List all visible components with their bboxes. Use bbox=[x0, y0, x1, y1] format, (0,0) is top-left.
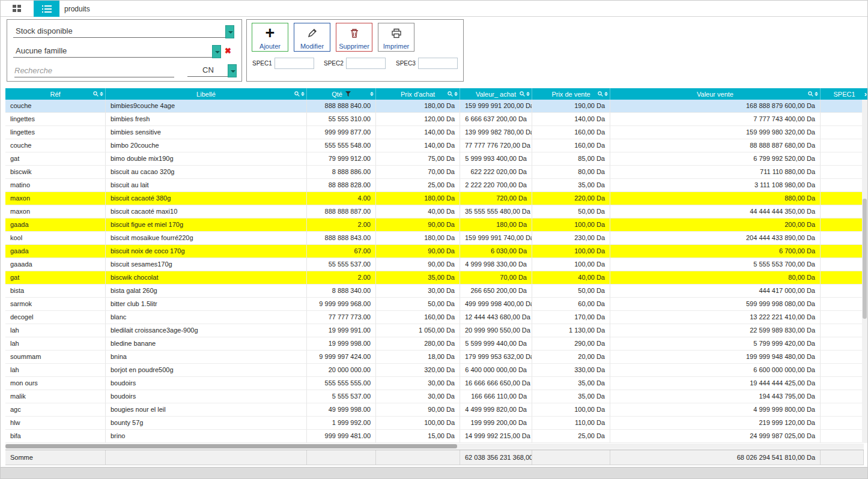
cell-prix_achat: 180,00 Da bbox=[376, 100, 460, 113]
table-row[interactable]: sarmokbitter club 1.5litr9 999 999 968.0… bbox=[5, 298, 868, 311]
cell-valeur_achat: 16 666 666 650,00 Da bbox=[460, 377, 532, 390]
cell-ref: biscwik bbox=[5, 166, 106, 179]
table-row[interactable]: bifabrino999 999 481.0015,00 Da14 999 99… bbox=[5, 430, 868, 443]
column-header-prix-achat[interactable]: Prix d'achat bbox=[376, 88, 460, 100]
column-header-qte[interactable]: Qté bbox=[307, 88, 376, 100]
column-header-valeur-achat[interactable]: Valeur_ achat bbox=[460, 88, 532, 100]
cell-valeur_achat: 139 999 982 780,00 Da bbox=[460, 126, 532, 139]
column-header-prix-vente[interactable]: Prix de vente bbox=[532, 88, 610, 100]
search-input[interactable] bbox=[14, 64, 174, 77]
cell-prix_achat: 160,00 Da bbox=[376, 311, 460, 324]
table-row[interactable]: lingettesbimbies sensitive999 999 877.00… bbox=[5, 126, 868, 139]
sort-icon[interactable] bbox=[815, 92, 818, 96]
sort-icon[interactable] bbox=[526, 92, 530, 96]
table-row[interactable]: gaadabiscuit figue et miel 170g2.0090,00… bbox=[5, 218, 868, 232]
sort-icon[interactable] bbox=[454, 92, 458, 96]
famille-select[interactable]: Aucune famille bbox=[13, 45, 221, 58]
horizontal-scrollbar[interactable] bbox=[5, 444, 864, 449]
table-row[interactable]: biscwikbiscuit au cacao 320g8 888 886.00… bbox=[5, 166, 868, 179]
grid-view-icon[interactable] bbox=[13, 5, 22, 13]
column-header-valeur-vente[interactable]: Valeur vente bbox=[610, 88, 821, 100]
cell-libelle: boudoirs bbox=[106, 390, 307, 403]
table-row[interactable]: lahborjot en poudre500g20 000 000.00320,… bbox=[5, 364, 868, 377]
cell-prix_vente: 100,00 Da bbox=[532, 218, 610, 232]
cell-qte: 888 888 840.00 bbox=[307, 100, 376, 113]
cell-prix_vente: 290,00 Da bbox=[532, 337, 610, 351]
table-row[interactable]: soummambnina9 999 997 424.0018,00 Da179 … bbox=[5, 351, 868, 364]
cell-spec1 bbox=[821, 232, 868, 245]
table-row[interactable]: gatbimo double mix190g79 999 912.0075,00… bbox=[5, 152, 868, 166]
cell-spec1 bbox=[821, 139, 868, 152]
table-row[interactable]: gaaadabiscuit sesames170g55 555 537.0090… bbox=[5, 258, 868, 271]
cn-select[interactable]: CN bbox=[187, 64, 237, 77]
column-header-ref[interactable]: Réf bbox=[5, 88, 106, 100]
search-icon[interactable] bbox=[808, 91, 813, 97]
table-row[interactable]: maxonbiscuit cacaoté 380g4.00180,00 Da72… bbox=[5, 192, 868, 205]
cell-prix_achat: 70,00 Da bbox=[376, 166, 460, 179]
cell-valeur_achat: 12 444 443 680,00 Da bbox=[460, 311, 532, 324]
edit-button[interactable]: Modifier bbox=[294, 23, 330, 52]
tab-list-view[interactable] bbox=[34, 1, 59, 17]
cell-prix_achat: 140,00 Da bbox=[376, 139, 460, 152]
sort-icon[interactable] bbox=[100, 92, 103, 96]
sort-icon[interactable] bbox=[301, 92, 305, 96]
cell-valeur_vente: 6 799 992 520,00 Da bbox=[610, 152, 821, 166]
table-row[interactable]: maxonbiscuit cacaoté maxi10888 888 887.0… bbox=[5, 205, 868, 218]
clear-famille-icon[interactable]: ✖ bbox=[225, 46, 231, 55]
cell-valeur_achat: 77 777 776 720,00 Da bbox=[460, 139, 532, 152]
spec1-input[interactable] bbox=[275, 58, 314, 69]
stock-select[interactable]: Stock disponible bbox=[13, 25, 234, 38]
search-icon[interactable] bbox=[520, 91, 525, 97]
cell-qte: 9 999 999 968.00 bbox=[307, 298, 376, 311]
table-row[interactable]: lahbledine banane19 999 998.00280,00 Da5… bbox=[5, 337, 868, 351]
search-icon[interactable] bbox=[294, 91, 300, 97]
cell-prix_vente: 220,00 Da bbox=[532, 192, 610, 205]
filter-icon[interactable] bbox=[345, 91, 351, 97]
chevron-down-icon[interactable] bbox=[212, 45, 221, 58]
table-row[interactable]: lingettesbimbies fresh55 555 310.00120,0… bbox=[5, 113, 868, 126]
spec2-input[interactable] bbox=[346, 58, 386, 69]
table-row[interactable]: mon oursboudoirs555 555 555.0030,00 Da16… bbox=[5, 377, 868, 390]
search-icon[interactable] bbox=[598, 91, 603, 97]
search-icon[interactable] bbox=[448, 91, 453, 97]
cell-prix_vente: 160,00 Da bbox=[532, 139, 610, 152]
table-row[interactable]: agcbougies nour el leil49 999 998.0090,0… bbox=[5, 403, 868, 417]
table-row[interactable]: malikboudoirs5 555 537.0030,00 Da166 666… bbox=[5, 390, 868, 403]
chevron-down-icon[interactable] bbox=[228, 64, 237, 77]
vertical-scrollbar-thumb[interactable] bbox=[863, 199, 867, 319]
table-row[interactable]: gaadabiscuit noix de coco 170g67.0090,00… bbox=[5, 245, 868, 258]
column-header-spec1[interactable]: SPEC1 › bbox=[821, 88, 868, 100]
table-row[interactable]: couchebimbo 20couche555 555 548.00140,00… bbox=[5, 139, 868, 152]
cell-spec1 bbox=[821, 126, 868, 139]
summary-valeur-achat: 62 038 356 231 368,00 Da bbox=[460, 450, 532, 465]
spec3-group: SPEC3 bbox=[396, 58, 458, 69]
cell-prix_achat: 180,00 Da bbox=[376, 232, 460, 245]
search-icon[interactable] bbox=[93, 91, 99, 97]
table-row[interactable]: matinobiscuit au lait88 888 828.0025,00 … bbox=[5, 179, 868, 192]
horizontal-scrollbar-thumb[interactable] bbox=[5, 444, 457, 448]
sort-icon[interactable] bbox=[370, 92, 374, 96]
table-row[interactable]: koolbiscuit mosaikue fourré220g888 888 8… bbox=[5, 232, 868, 245]
column-header-libelle[interactable]: Libellé bbox=[106, 88, 307, 100]
cell-valeur_vente: 44 444 444 350,00 Da bbox=[610, 205, 821, 218]
cell-ref: agc bbox=[5, 403, 106, 417]
table-row[interactable]: decogelblanc77 777 773.00160,00 Da12 444… bbox=[5, 311, 868, 324]
cell-valeur_achat: 5 599 999 440,00 Da bbox=[460, 337, 532, 351]
spec3-input[interactable] bbox=[418, 58, 458, 69]
chevron-down-icon[interactable] bbox=[225, 25, 234, 38]
tab-produits[interactable]: produits bbox=[64, 5, 90, 13]
cell-valeur_vente: 7 777 743 400,00 Da bbox=[610, 113, 821, 126]
delete-button[interactable]: Supprimer bbox=[336, 23, 372, 52]
cell-prix_achat: 15,00 Da bbox=[376, 430, 460, 443]
print-button[interactable]: Imprimer bbox=[378, 23, 414, 52]
chevron-right-icon[interactable]: › bbox=[864, 88, 867, 100]
cell-ref: couche bbox=[5, 100, 106, 113]
table-row[interactable]: bistabista galat 260g8 888 340.0030,00 D… bbox=[5, 285, 868, 298]
add-button[interactable]: + Ajouter bbox=[252, 23, 288, 52]
table-row[interactable]: couchebimbies9couche 4age888 888 840.001… bbox=[5, 100, 868, 113]
sort-icon[interactable] bbox=[604, 92, 608, 96]
table-row[interactable]: hlwbounty 57g1 999 992.00100,00 Da199 99… bbox=[5, 417, 868, 430]
table-row[interactable]: gatbiscwik chocolat2.0035,00 Da70,00 Da4… bbox=[5, 271, 868, 285]
table-row[interactable]: lahbledilait croissance3age-900g19 999 9… bbox=[5, 324, 868, 337]
vertical-scrollbar[interactable] bbox=[862, 100, 867, 443]
